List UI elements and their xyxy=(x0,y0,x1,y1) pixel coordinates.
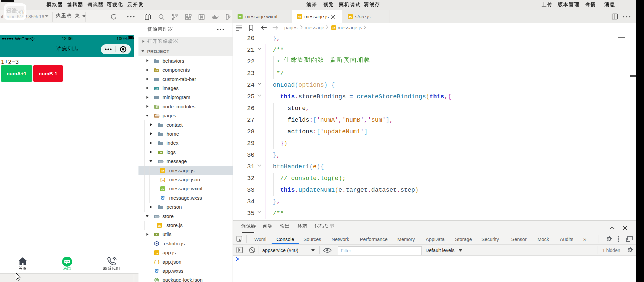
svg-text:{..}: {..} xyxy=(154,260,159,264)
svg-text:<>: <> xyxy=(161,187,165,190)
svg-text:JS: JS xyxy=(332,27,335,30)
svg-text:JS: JS xyxy=(155,252,158,255)
svg-text:JS: JS xyxy=(349,16,352,19)
svg-text:JS: JS xyxy=(161,170,165,173)
svg-text:JS: JS xyxy=(298,16,301,19)
svg-text:<>: <> xyxy=(239,15,242,18)
svg-text:JS: JS xyxy=(158,224,161,227)
svg-text:{..}: {..} xyxy=(160,177,166,182)
svg-text:WeChat: WeChat xyxy=(15,36,31,41)
